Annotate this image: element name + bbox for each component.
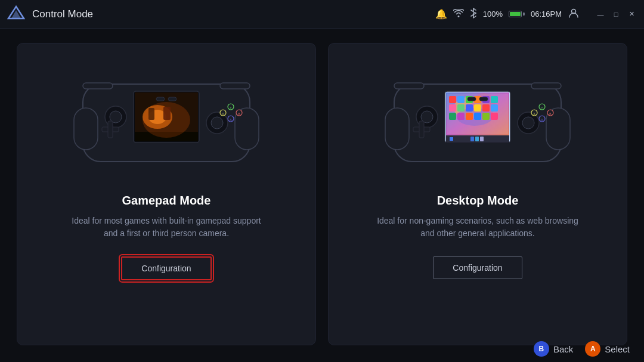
svg-rect-52 <box>491 96 498 103</box>
desktop-device-image: Y B A X <box>382 60 573 180</box>
svg-rect-55 <box>466 104 473 112</box>
svg-rect-64 <box>491 113 498 120</box>
select-key-circle: A <box>585 341 600 357</box>
back-label: Back <box>553 344 573 354</box>
svg-rect-31 <box>156 97 165 101</box>
svg-rect-20 <box>108 121 113 138</box>
svg-rect-42 <box>470 137 474 141</box>
gamepad-device-svg: Y B A X <box>71 60 262 180</box>
select-key-label: A <box>590 345 596 353</box>
gamepad-mode-card: Y B A X Gamepad Mode Ideal for most game… <box>17 43 316 345</box>
desktop-mode-desc: Ideal for non-gaming scenarios, such as … <box>376 215 579 240</box>
gamepad-mode-desc: Ideal for most games with built-in gamep… <box>65 215 268 240</box>
svg-rect-58 <box>491 104 498 112</box>
gamepad-config-button[interactable]: Configuration <box>121 256 211 280</box>
app-logo <box>7 5 25 23</box>
svg-point-18 <box>211 117 223 129</box>
svg-rect-81 <box>467 97 476 101</box>
svg-rect-45 <box>450 137 453 141</box>
svg-rect-30 <box>220 83 250 89</box>
wifi-icon <box>453 9 464 20</box>
svg-point-68 <box>522 117 534 129</box>
user-icon <box>568 7 580 21</box>
svg-rect-79 <box>394 83 424 89</box>
titlebar-right: 🔔 100% 06:16PM <box>435 7 637 21</box>
time-display: 06:16PM <box>531 10 562 18</box>
svg-rect-34 <box>385 108 409 150</box>
svg-rect-29 <box>83 83 113 89</box>
svg-rect-47 <box>449 96 456 103</box>
svg-rect-80 <box>531 83 561 89</box>
desktop-mode-title: Desktop Mode <box>437 194 519 208</box>
svg-rect-53 <box>449 104 456 112</box>
main-content: Y B A X Gamepad Mode Ideal for most game… <box>0 29 644 362</box>
notification-icon: 🔔 <box>435 8 447 20</box>
titlebar: Control Mode 🔔 100% 06:16PM <box>0 0 644 29</box>
bottom-nav-bar: B Back A Select <box>0 336 644 362</box>
desktop-device-svg: Y B A X <box>382 60 573 180</box>
svg-rect-59 <box>449 113 456 120</box>
svg-rect-48 <box>457 96 465 103</box>
svg-rect-62 <box>474 113 481 120</box>
svg-rect-82 <box>479 97 488 101</box>
svg-rect-4 <box>74 108 98 150</box>
svg-rect-70 <box>419 121 424 138</box>
desktop-config-button[interactable]: Configuration <box>433 256 522 279</box>
svg-point-14 <box>143 102 190 138</box>
titlebar-title: Control Mode <box>32 8 93 20</box>
bluetooth-icon <box>470 8 477 21</box>
battery-percent: 100% <box>483 10 503 18</box>
back-hint: B Back <box>534 341 573 357</box>
select-hint: A Select <box>585 341 630 357</box>
gamepad-mode-title: Gamepad Mode <box>122 194 211 208</box>
svg-rect-32 <box>168 97 177 101</box>
maximize-button[interactable]: □ <box>611 9 621 20</box>
back-key-circle: B <box>534 341 549 357</box>
desktop-mode-card: Y B A X Desktop Mode Ideal for non-gamin… <box>328 43 627 345</box>
minimize-button[interactable]: — <box>595 9 606 20</box>
svg-rect-60 <box>457 113 465 120</box>
close-button[interactable]: ✕ <box>626 9 637 20</box>
svg-rect-57 <box>482 104 490 112</box>
svg-rect-61 <box>466 113 473 120</box>
svg-rect-54 <box>457 104 465 112</box>
svg-rect-43 <box>475 137 479 141</box>
back-key-label: B <box>539 345 544 353</box>
svg-rect-63 <box>482 113 490 120</box>
battery-icon <box>509 11 525 17</box>
svg-rect-44 <box>480 137 484 141</box>
svg-rect-56 <box>474 104 481 112</box>
window-controls: — □ ✕ <box>595 9 637 20</box>
select-label: Select <box>605 344 630 354</box>
gamepad-device-image: Y B A X <box>71 60 262 180</box>
